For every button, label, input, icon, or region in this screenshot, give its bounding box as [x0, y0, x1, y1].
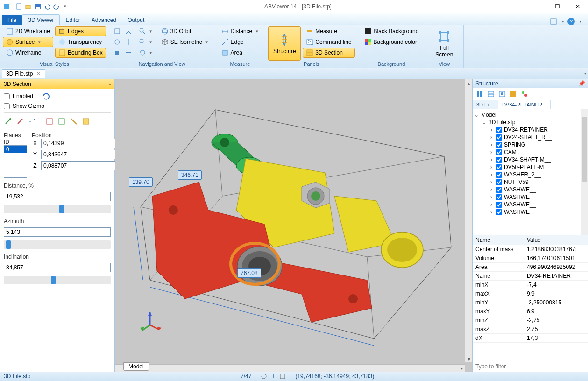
btn-transparency[interactable]: Transparency [55, 37, 106, 47]
chk-show-gizmo[interactable]: Show Gizmo [4, 103, 111, 109]
str-tb-3-icon[interactable] [498, 90, 506, 98]
tree-expand-icon[interactable]: › [489, 171, 494, 178]
btn-fullscreen[interactable]: Full Screen [428, 26, 460, 61]
tree-expand-icon[interactable]: › [489, 134, 494, 141]
btn-distance[interactable]: Distance▼ [218, 26, 262, 36]
y-input[interactable] [41, 150, 116, 159]
tree-expand-icon[interactable]: › [489, 186, 494, 193]
status-icon-2[interactable]: ⊥ [271, 373, 276, 380]
tree-item-checkbox[interactable] [496, 202, 502, 208]
plane-item-0[interactable]: 0 [4, 146, 27, 153]
tree-item-checkbox[interactable] [496, 194, 502, 200]
tree-item[interactable]: ›DV24-SHAFT_R__ [474, 134, 587, 141]
sec-tb-3-icon[interactable] [28, 117, 36, 126]
pin-icon[interactable]: 📌 [578, 80, 585, 87]
tree-item-checkbox[interactable] [496, 157, 502, 163]
btn-area[interactable]: Area [218, 48, 262, 58]
btn-panel-measure[interactable]: Measure [303, 26, 354, 36]
tree-item[interactable]: ›WASHER_2__ [474, 171, 587, 178]
distance-input[interactable] [4, 192, 111, 201]
filter-input[interactable] [474, 362, 587, 371]
nav-icon-2[interactable] [123, 26, 134, 36]
tab-file[interactable]: File [2, 15, 22, 25]
inclination-slider[interactable] [4, 276, 111, 284]
nav-icon-5[interactable] [112, 48, 122, 58]
minimize-button[interactable]: ─ [526, 0, 547, 13]
str-tab-file[interactable]: 3D Fil... [473, 100, 498, 109]
sec-tb-add-icon[interactable] [4, 117, 12, 126]
style-dropdown-icon[interactable]: ▼ [561, 20, 565, 24]
tab-editor[interactable]: Editor [60, 15, 85, 25]
model-tab[interactable]: Model [123, 362, 149, 371]
str-tab-retainer[interactable]: DV34-RETAINER... [498, 100, 551, 109]
tree-item[interactable]: ›DV50-PLATE-M__ [474, 163, 587, 171]
tree-item[interactable]: ›WASHWE__ [474, 186, 587, 193]
chk-gizmo-box[interactable] [4, 103, 10, 109]
azimuth-input[interactable] [4, 227, 111, 237]
planes-list[interactable]: 0 [4, 145, 27, 178]
nav-icon-4[interactable] [123, 37, 134, 47]
btn-3d-section[interactable]: 3D Section [303, 48, 354, 58]
btn-wireframe[interactable]: Wireframe [3, 48, 53, 58]
undo-icon[interactable] [43, 3, 51, 10]
style-icon[interactable] [550, 18, 557, 25]
tab-3d-viewer[interactable]: 3D Viewer [22, 14, 60, 25]
btn-se-isometric[interactable]: SE Isometric▼ [158, 37, 212, 47]
zoom2-dropdown[interactable]: ▼ [135, 37, 156, 47]
tree-item[interactable]: ›WASHWE__ [474, 208, 587, 216]
viewport-scroll-h[interactable] [115, 364, 465, 372]
inclination-input[interactable] [4, 263, 111, 272]
str-tb-4-icon[interactable] [509, 90, 517, 98]
qat-dropdown-icon[interactable]: ▼ [63, 4, 67, 8]
tree-item-checkbox[interactable] [496, 149, 502, 155]
tree-scroll[interactable] [581, 109, 588, 235]
redo-icon[interactable] [53, 3, 60, 10]
nav-icon-6[interactable] [123, 48, 134, 58]
document-tab[interactable]: 3D File.stp ✕ [2, 69, 45, 78]
section-reset-icon[interactable] [43, 92, 52, 100]
viewport-tab-dropdown-icon[interactable]: ▾ [461, 367, 463, 371]
zoom-dropdown[interactable]: ▼ [135, 26, 156, 36]
panel-close-icon[interactable]: ▫ [109, 82, 111, 87]
str-tb-1-icon[interactable] [475, 90, 484, 98]
distance-slider[interactable] [4, 205, 111, 213]
tree-item[interactable]: ›SPRING__ [474, 141, 587, 148]
azimuth-slider[interactable] [4, 240, 111, 249]
tree-expand-icon[interactable]: › [489, 156, 494, 163]
tree-item[interactable]: ›DV34-RETAINER__ [474, 126, 587, 134]
tree-item-checkbox[interactable] [496, 187, 502, 193]
tree-expand-icon[interactable]: › [489, 127, 494, 133]
tree-root[interactable]: ⌄Model [474, 111, 587, 119]
tree-item-checkbox[interactable] [496, 179, 502, 185]
close-button[interactable]: ✕ [567, 0, 588, 13]
tree-item[interactable]: ›WASHWE__ [474, 193, 587, 201]
tree-expand-icon[interactable]: › [489, 209, 494, 215]
viewport-scroll-v[interactable]: ▴▾ [465, 79, 472, 362]
btn-edges[interactable]: Edges [55, 26, 106, 36]
z-input[interactable] [41, 161, 116, 170]
doctabs-dropdown-icon[interactable]: ▾ [584, 71, 586, 76]
tree-item-checkbox[interactable] [496, 209, 502, 215]
str-tb-5-icon[interactable] [520, 90, 529, 98]
btn-edge[interactable]: Edge [218, 37, 262, 47]
btn-3d-orbit[interactable]: 3D Orbit [158, 26, 212, 36]
open-icon[interactable] [25, 3, 32, 10]
tab-advanced[interactable]: Advanced [86, 15, 122, 25]
chk-enabled-box[interactable] [4, 93, 10, 99]
x-input[interactable] [41, 139, 116, 148]
btn-structure[interactable]: Structure [268, 26, 301, 61]
chk-enabled[interactable]: Enabled [4, 93, 33, 99]
document-tab-close-icon[interactable]: ✕ [35, 71, 41, 77]
tree-item-checkbox[interactable] [496, 127, 502, 133]
btn-bounding-box[interactable]: Bounding Box [55, 48, 106, 58]
tab-output[interactable]: Output [122, 15, 150, 25]
sec-tb-del-icon[interactable] [16, 117, 24, 126]
tree-item[interactable]: ›WASHWE__ [474, 201, 587, 208]
tree-item-checkbox[interactable] [496, 134, 502, 141]
str-tb-2-icon[interactable] [487, 90, 495, 98]
tree-item[interactable]: ›CAM_ [474, 148, 587, 156]
help-dropdown-icon[interactable]: ▼ [579, 20, 582, 24]
rotate-dropdown[interactable]: ▼ [135, 48, 156, 58]
nav-icon-3[interactable] [112, 37, 122, 47]
maximize-button[interactable]: ☐ [547, 0, 567, 13]
